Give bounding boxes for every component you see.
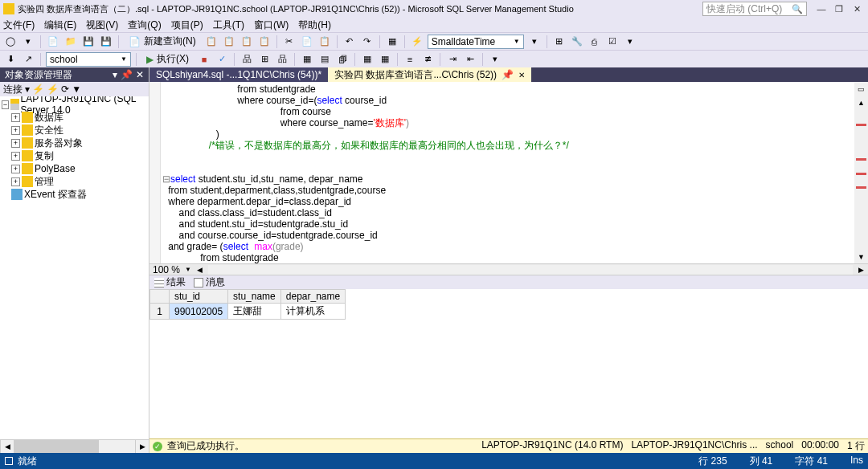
paste-icon[interactable]: 📋 (317, 35, 332, 49)
undo-icon[interactable]: ↶ (342, 35, 357, 49)
maximize-button[interactable]: ❐ (831, 2, 847, 15)
vertical-scrollbar[interactable]: ▭ ▲ ▼ (854, 82, 868, 263)
chevron-down-icon[interactable]: ▾ (527, 35, 542, 49)
tree-node-server-objects[interactable]: + 服务器对象 (0, 137, 149, 149)
tree-node-xevent[interactable]: XEvent 探查器 (0, 188, 149, 201)
toolbar-btn-7[interactable]: ⊞ (552, 35, 567, 49)
toolbar-btn-6[interactable]: ⚡ (410, 35, 424, 49)
toolbar2-btn-9[interactable]: ▦ (360, 52, 375, 67)
toolbar-btn-8[interactable]: 🔧 (570, 35, 584, 49)
toolbar-btn-9[interactable]: ⎙ (588, 35, 602, 49)
copy-icon[interactable]: 📄 (300, 35, 314, 49)
cell-depar-name[interactable]: 计算机系 (280, 304, 345, 320)
toolbar2-btn-1[interactable]: ⬇ (3, 52, 18, 67)
tab-messages[interactable]: 消息 (190, 276, 228, 289)
header-stu-id[interactable]: stu_id (170, 290, 228, 304)
menu-window[interactable]: 窗口(W) (254, 18, 289, 32)
menu-file[interactable]: 文件(F) (3, 18, 35, 32)
scroll-up-icon[interactable]: ▲ (854, 96, 868, 109)
close-icon[interactable]: ✕ (136, 69, 144, 80)
redo-icon[interactable]: ↷ (360, 35, 375, 49)
new-file-icon[interactable]: 📄 (46, 35, 60, 49)
toolbar2-btn-8[interactable]: 🗐 (335, 52, 350, 67)
toolbar-btn-1[interactable]: 📋 (204, 35, 219, 49)
forward-button[interactable]: ▾ (21, 35, 35, 49)
save-all-icon[interactable]: 💾 (99, 35, 113, 49)
toolbar2-btn-11[interactable]: ▾ (488, 52, 502, 67)
zoom-value[interactable]: 100 % (149, 264, 183, 275)
toolbar2-btn-3[interactable]: 品 (240, 52, 254, 67)
scroll-left-icon[interactable]: ◀ (193, 266, 207, 274)
expand-icon[interactable]: + (11, 126, 20, 135)
tree-node-management[interactable]: + 管理 (0, 175, 149, 188)
scroll-right-icon[interactable]: ▶ (135, 440, 149, 453)
object-explorer-tree[interactable]: − LAPTOP-JR91Q1NC (SQL Server 14.0 + 数据库… (0, 96, 149, 439)
toolbar-btn-5[interactable]: ▦ (385, 35, 399, 49)
expand-icon[interactable]: + (11, 139, 20, 148)
horizontal-scrollbar[interactable] (208, 265, 853, 275)
scroll-left-icon[interactable]: ◀ (0, 440, 14, 453)
menu-tools[interactable]: 工具(T) (213, 18, 244, 32)
menu-edit[interactable]: 编辑(E) (44, 18, 76, 32)
uncomment-icon[interactable]: ≢ (420, 52, 435, 67)
connect-button[interactable]: 连接 ▾ (3, 83, 30, 96)
collapse-icon[interactable]: − (2, 100, 9, 109)
quick-launch-input[interactable]: 快速启动 (Ctrl+Q) 🔍 (702, 2, 807, 16)
open-file-icon[interactable]: 📁 (63, 35, 78, 49)
expand-icon[interactable]: + (11, 165, 20, 173)
close-icon[interactable]: ✕ (518, 71, 525, 80)
code-editor[interactable]: from studentgrade where course_id=(selec… (149, 82, 868, 263)
outdent-icon[interactable]: ⇤ (463, 52, 477, 67)
menu-project[interactable]: 项目(P) (171, 18, 203, 32)
toolbar2-btn-10[interactable]: ▦ (378, 52, 392, 67)
stop-button[interactable]: ■ (197, 52, 211, 67)
oe-tool-2[interactable]: ⚡ (47, 84, 59, 95)
toolbar2-btn-2[interactable]: ↗ (21, 52, 35, 67)
pin-icon[interactable]: 📌 (502, 69, 514, 80)
toolbar2-btn-4[interactable]: ⊞ (257, 52, 272, 67)
toolbar-btn-2[interactable]: 📋 (222, 35, 236, 49)
chevron-down-icon-2[interactable]: ▾ (623, 35, 637, 49)
scroll-thumb[interactable] (14, 440, 99, 453)
toolbar-btn-4[interactable]: 📋 (257, 35, 272, 49)
toolbar2-btn-7[interactable]: ▤ (317, 52, 332, 67)
toolbar-btn-3[interactable]: 📋 (240, 35, 254, 49)
tree-node-polybase[interactable]: + PolyBase (0, 162, 149, 175)
save-icon[interactable]: 💾 (81, 35, 96, 49)
datatype-dropdown[interactable]: SmalldateTime▼ (428, 35, 524, 49)
results-grid[interactable]: stu_id stu_name depar_name 1 990102005 王… (149, 289, 868, 438)
database-dropdown[interactable]: school▼ (46, 52, 131, 67)
expand-icon[interactable]: + (11, 177, 20, 186)
tab-results[interactable]: 结果 (151, 276, 189, 289)
header-depar-name[interactable]: depar_name (280, 290, 345, 304)
tree-node-security[interactable]: + 安全性 (0, 124, 149, 137)
expand-icon[interactable]: + (11, 113, 20, 122)
minimize-button[interactable]: — (813, 2, 829, 15)
tree-node-replication[interactable]: + 复制 (0, 149, 149, 162)
dropdown-icon[interactable]: ▾ (113, 69, 117, 80)
header-stu-name[interactable]: stu_name (228, 290, 281, 304)
cut-icon[interactable]: ✂ (282, 35, 297, 49)
tree-server-node[interactable]: − LAPTOP-JR91Q1NC (SQL Server 14.0 (0, 98, 149, 111)
menu-query[interactable]: 查询(Q) (128, 18, 161, 32)
close-button[interactable]: ✕ (849, 2, 865, 15)
horizontal-scrollbar[interactable]: ◀ ▶ (0, 439, 149, 453)
new-query-button[interactable]: 📄新建查询(N) (124, 35, 201, 49)
expand-icon[interactable]: + (11, 152, 20, 161)
indent-icon[interactable]: ⇥ (445, 52, 460, 67)
toolbar2-btn-5[interactable]: 品 (275, 52, 289, 67)
back-button[interactable]: ◯ (3, 35, 18, 49)
table-row[interactable]: 1 990102005 王娜甜 计算机系 (150, 304, 346, 320)
split-icon[interactable]: ▭ (854, 82, 868, 96)
chevron-down-icon[interactable]: ▼ (183, 266, 193, 273)
toolbar-btn-10[interactable]: ☑ (605, 35, 620, 49)
cell-stu-name[interactable]: 王娜甜 (228, 304, 281, 320)
menu-help[interactable]: 帮助(H) (298, 18, 331, 32)
refresh-icon[interactable]: ⟳ (61, 84, 69, 95)
parse-button[interactable]: ✓ (215, 52, 229, 67)
pin-icon[interactable]: 📌 (121, 69, 133, 80)
comment-icon[interactable]: ≡ (403, 52, 417, 67)
filter-icon[interactable]: ▼ (72, 84, 81, 95)
scroll-right-icon[interactable]: ▶ (854, 266, 868, 274)
menu-view[interactable]: 视图(V) (86, 18, 118, 32)
